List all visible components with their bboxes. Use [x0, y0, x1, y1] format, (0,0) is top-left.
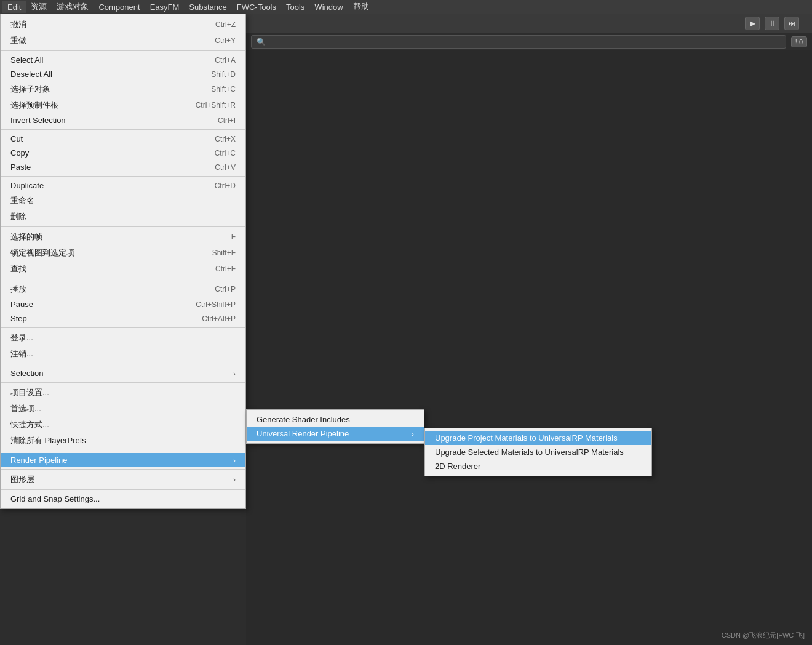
- rp-menu-item-generate_shader_includes[interactable]: Generate Shader Includes: [247, 412, 424, 427]
- rp-menu-item-label: Universal Render Pipeline: [257, 429, 349, 438]
- menu-tools[interactable]: Tools: [281, 1, 309, 13]
- menu-item-clear_playerprefs[interactable]: 清除所有 PlayerPrefs: [1, 433, 245, 449]
- menu-item-deselect_all[interactable]: Deselect AllShift+D: [1, 67, 245, 81]
- menu-item-shortcut: Shift+F: [212, 249, 236, 257]
- menu-item-label: Selection: [10, 369, 43, 378]
- submenu-arrow-icon: ›: [412, 430, 414, 438]
- menu-item-play[interactable]: 播放Ctrl+P: [1, 281, 245, 297]
- menu-item-label: 查找: [10, 263, 26, 274]
- menu-divider: [1, 451, 245, 451]
- menu-item-login[interactable]: 登录...: [1, 330, 245, 346]
- urp-menu-item-upgrade_project_materials[interactable]: Upgrade Project Materials to UniversalRP…: [425, 431, 651, 445]
- menu-item-label: Deselect All: [10, 70, 52, 79]
- menu-easyfm[interactable]: EasyFM: [145, 1, 185, 13]
- play-button[interactable]: ▶: [745, 17, 760, 30]
- search-input[interactable]: [251, 35, 786, 49]
- menu-divider: [1, 382, 245, 383]
- search-bar: ! 0: [246, 33, 812, 50]
- menu-item-redo[interactable]: 重做Ctrl+Y: [1, 33, 245, 49]
- menu-item-grid_snap_settings[interactable]: Grid and Snap Settings...: [1, 492, 245, 506]
- menu-item-rename[interactable]: 重命名: [1, 193, 245, 209]
- menu-gameobject[interactable]: 游戏对象: [52, 0, 94, 14]
- menu-item-label: 撤消: [10, 19, 26, 30]
- menu-item-label: Paste: [10, 162, 31, 172]
- menu-item-preferences[interactable]: 首选项...: [1, 401, 245, 417]
- menu-item-frame_selected[interactable]: 选择的帧F: [1, 229, 245, 245]
- menu-item-label: 选择的帧: [10, 231, 42, 242]
- menu-item-label: 选择预制件根: [10, 100, 58, 111]
- menu-item-copy[interactable]: CopyCtrl+C: [1, 146, 245, 160]
- menu-divider: [1, 176, 245, 177]
- urp-submenu: Upgrade Project Materials to UniversalRP…: [424, 428, 652, 476]
- menu-item-label: Cut: [10, 134, 23, 143]
- menu-item-select_all[interactable]: Select AllCtrl+A: [1, 53, 245, 67]
- menu-item-find[interactable]: 查找Ctrl+F: [1, 261, 245, 277]
- menu-item-shortcut: Ctrl+Alt+P: [202, 314, 236, 323]
- menu-item-shortcut: Ctrl+Y: [215, 36, 236, 45]
- edit-menu: 撤消Ctrl+Z重做Ctrl+YSelect AllCtrl+ADeselect…: [0, 14, 246, 509]
- menu-item-select_prefab_root[interactable]: 选择预制件根Ctrl+Shift+R: [1, 97, 245, 113]
- menu-item-invert_selection[interactable]: Invert SelectionCtrl+I: [1, 113, 245, 127]
- menu-item-shortcut: Ctrl+C: [215, 149, 236, 158]
- menu-item-cut[interactable]: CutCtrl+X: [1, 132, 245, 146]
- rp-menu-item-universal_render_pipeline[interactable]: Universal Render Pipeline›: [247, 427, 424, 441]
- menu-item-shortcut: Ctrl+F: [215, 265, 236, 273]
- urp-menu-item-upgrade_selected_materials[interactable]: Upgrade Selected Materials to UniversalR…: [425, 445, 651, 459]
- menu-item-shortcut: Shift+C: [211, 85, 236, 94]
- menu-window[interactable]: Window: [309, 1, 348, 13]
- main-content-area: [246, 50, 812, 645]
- menu-divider: [1, 50, 245, 51]
- menu-item-label: Select All: [10, 55, 43, 65]
- menu-item-select_children[interactable]: 选择子对象Shift+C: [1, 81, 245, 97]
- pause-button[interactable]: ⏸: [765, 17, 779, 30]
- step-button[interactable]: ⏭: [784, 17, 799, 30]
- menu-item-pause[interactable]: PauseCtrl+Shift+P: [1, 297, 245, 311]
- menu-item-label: Duplicate: [10, 181, 44, 190]
- menu-item-label: 锁定视图到选定项: [10, 247, 74, 258]
- menu-item-paste[interactable]: PasteCtrl+V: [1, 160, 245, 174]
- menu-item-label: Invert Selection: [10, 116, 66, 125]
- menu-item-shortcut: Ctrl+A: [215, 56, 236, 65]
- menu-edit[interactable]: Edit: [2, 1, 26, 13]
- menu-item-project_settings[interactable]: 项目设置...: [1, 385, 245, 401]
- menu-item-undo[interactable]: 撤消Ctrl+Z: [1, 17, 245, 33]
- menu-substance[interactable]: Substance: [184, 1, 231, 13]
- menu-item-delete[interactable]: 删除: [1, 209, 245, 225]
- menu-item-graphics_tier[interactable]: 图形层›: [1, 471, 245, 487]
- menu-resources[interactable]: 资源: [26, 0, 52, 14]
- urp-menu-item-label: 2D Renderer: [435, 462, 480, 471]
- menu-item-label: Render Pipeline: [10, 455, 68, 465]
- menu-help[interactable]: 帮助: [348, 0, 374, 14]
- menu-item-shortcut: Shift+D: [211, 70, 236, 79]
- menu-item-label: 播放: [10, 284, 26, 295]
- render-pipeline-submenu: Generate Shader IncludesUniversal Render…: [246, 409, 424, 444]
- error-badge: ! 0: [791, 36, 807, 47]
- urp-menu-item-label: Upgrade Selected Materials to UniversalR…: [435, 447, 624, 457]
- menu-item-lock_view[interactable]: 锁定视图到选定项Shift+F: [1, 245, 245, 261]
- menu-bar: Edit 资源 游戏对象 Component EasyFM Substance …: [0, 0, 812, 14]
- menu-item-shortcuts[interactable]: 快捷方式...: [1, 417, 245, 433]
- menu-item-render_pipeline[interactable]: Render Pipeline›: [1, 453, 245, 467]
- menu-component[interactable]: Component: [94, 1, 145, 13]
- menu-item-shortcut: Ctrl+X: [215, 135, 236, 143]
- menu-item-duplicate[interactable]: DuplicateCtrl+D: [1, 178, 245, 193]
- badge-icon: !: [795, 38, 797, 46]
- playback-controls: ▶ ⏸ ⏭: [732, 14, 812, 33]
- menu-item-label: Step: [10, 314, 27, 323]
- badge-count: 0: [799, 38, 803, 46]
- menu-divider: [1, 279, 245, 279]
- urp-menu-item-2d_renderer[interactable]: 2D Renderer: [425, 459, 651, 473]
- menu-item-shortcut: Ctrl+Z: [215, 20, 236, 29]
- menu-fwctools[interactable]: FWC-Tools: [232, 1, 281, 13]
- menu-item-selection[interactable]: Selection›: [1, 366, 245, 380]
- menu-item-logout[interactable]: 注销...: [1, 346, 245, 362]
- menu-divider: [1, 364, 245, 364]
- menu-item-label: 注销...: [10, 348, 33, 359]
- menu-divider: [1, 226, 245, 227]
- menu-item-label: 首选项...: [10, 403, 41, 414]
- submenu-arrow-icon: ›: [233, 457, 236, 464]
- menu-item-shortcut: Ctrl+P: [215, 285, 236, 294]
- menu-item-step[interactable]: StepCtrl+Alt+P: [1, 311, 245, 326]
- menu-item-shortcut: Ctrl+Shift+P: [196, 300, 236, 309]
- menu-item-label: 删除: [10, 211, 26, 222]
